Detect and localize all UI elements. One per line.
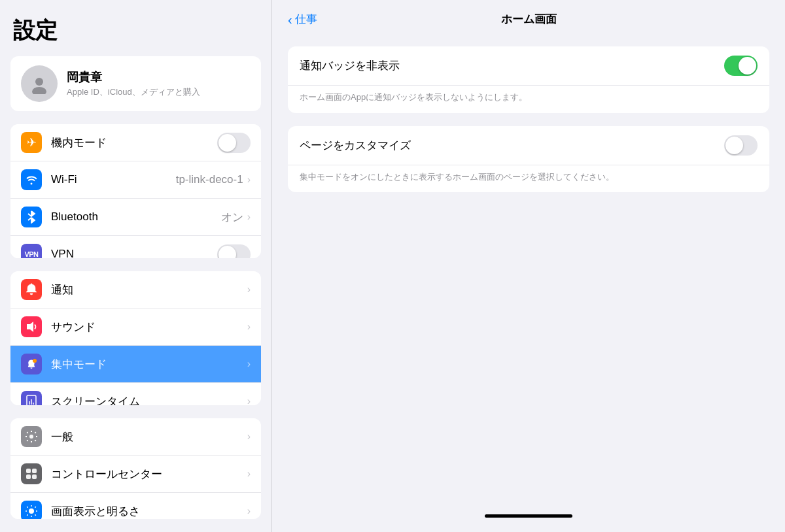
sidebar: 設定 岡貴章 Apple ID、iCloud、メディアと購入 ✈ 機内モード <box>0 0 271 532</box>
sidebar-item-label-controlcenter: コントロールセンター <box>51 467 247 482</box>
svg-point-15 <box>29 508 34 514</box>
sidebar-item-wifi[interactable]: Wi-Fi tp-link-deco-1 › <box>10 161 261 199</box>
sidebar-title: 設定 <box>0 0 271 56</box>
svg-rect-13 <box>26 474 31 479</box>
main-panel: ‹ 仕事 ホーム画面 通知バッジを非表示 ホーム画面のAppに通知バッジを表示し… <box>271 0 785 532</box>
profile-card[interactable]: 岡貴章 Apple ID、iCloud、メディアと購入 <box>10 56 261 111</box>
bluetooth-chevron: › <box>247 211 251 223</box>
main-header: ‹ 仕事 ホーム画面 <box>272 0 785 36</box>
notifications-icon <box>21 279 42 300</box>
profile-sub: Apple ID、iCloud、メディアと購入 <box>67 86 200 98</box>
customize-pages-toggle[interactable] <box>724 135 758 156</box>
bluetooth-icon <box>21 207 42 227</box>
back-chevron-icon: ‹ <box>288 13 292 26</box>
sidebar-item-controlcenter[interactable]: コントロールセンター › <box>10 456 261 493</box>
svg-marker-4 <box>27 322 33 332</box>
sidebar-item-label-airplane: 機内モード <box>51 135 217 150</box>
svg-point-10 <box>29 435 33 439</box>
svg-point-1 <box>32 87 46 94</box>
hide-badges-label: 通知バッジを非表示 <box>300 58 724 73</box>
back-button[interactable]: ‹ 仕事 <box>288 12 317 27</box>
sidebar-item-label-screentime: スクリーンタイム <box>51 394 247 406</box>
profile-name: 岡貴章 <box>67 69 200 85</box>
display-icon <box>21 501 42 519</box>
sounds-icon <box>21 316 42 337</box>
controlcenter-icon <box>21 463 42 484</box>
focus-icon <box>21 354 42 374</box>
sidebar-group-focus: 通知 › サウンド › 集中モード › <box>10 271 261 405</box>
hide-badges-toggle[interactable] <box>724 56 758 76</box>
sidebar-item-label-focus: 集中モード <box>51 357 247 372</box>
sidebar-item-notifications[interactable]: 通知 › <box>10 271 261 308</box>
screentime-chevron: › <box>247 395 251 405</box>
sidebar-item-label-general: 一般 <box>51 429 247 444</box>
sidebar-item-label-wifi: Wi-Fi <box>51 173 176 186</box>
screentime-icon <box>21 391 42 405</box>
profile-info: 岡貴章 Apple ID、iCloud、メディアと購入 <box>67 69 200 98</box>
wifi-chevron: › <box>247 174 251 186</box>
page-title: ホーム画面 <box>501 12 557 27</box>
svg-rect-12 <box>32 469 37 473</box>
hide-badges-desc: ホーム画面のAppに通知バッジを表示しないようにします。 <box>288 86 769 113</box>
svg-point-5 <box>33 359 37 363</box>
svg-rect-11 <box>26 469 31 473</box>
customize-pages-label: ページをカスタマイズ <box>300 138 724 153</box>
airplane-toggle[interactable] <box>217 133 251 153</box>
sidebar-item-label-bluetooth: Bluetooth <box>51 210 221 224</box>
sidebar-item-label-sounds: サウンド <box>51 320 247 335</box>
sidebar-item-vpn[interactable]: VPN VPN <box>10 236 261 258</box>
setting-block-badges: 通知バッジを非表示 ホーム画面のAppに通知バッジを表示しないようにします。 <box>288 46 769 113</box>
sidebar-item-label-vpn: VPN <box>51 248 217 258</box>
sidebar-group-connectivity: ✈ 機内モード Wi-Fi tp-link-deco-1 › <box>10 124 261 258</box>
customize-pages-desc: 集中モードをオンにしたときに表示するホーム画面のページを選択してください。 <box>288 165 769 193</box>
avatar <box>21 65 58 102</box>
sounds-chevron: › <box>247 321 251 333</box>
back-label: 仕事 <box>295 12 317 27</box>
setting-row-customize-pages: ページをカスタマイズ <box>288 126 769 165</box>
main-content: 通知バッジを非表示 ホーム画面のAppに通知バッジを表示しないようにします。 ペ… <box>272 36 785 514</box>
general-chevron: › <box>247 431 251 442</box>
sidebar-item-sounds[interactable]: サウンド › <box>10 308 261 346</box>
sidebar-item-focus[interactable]: 集中モード › <box>10 346 261 383</box>
sidebar-item-bluetooth[interactable]: Bluetooth オン › <box>10 199 261 236</box>
setting-row-hide-badges: 通知バッジを非表示 <box>288 46 769 86</box>
home-bar-container <box>272 514 785 532</box>
notifications-chevron: › <box>247 284 251 295</box>
sidebar-item-screentime[interactable]: スクリーンタイム › <box>10 383 261 405</box>
sidebar-item-label-display: 画面表示と明るさ <box>51 504 247 519</box>
focus-chevron: › <box>247 358 251 370</box>
bluetooth-value: オン <box>221 210 243 225</box>
svg-rect-14 <box>32 474 37 479</box>
sidebar-item-display[interactable]: 画面表示と明るさ › <box>10 493 261 519</box>
airplane-icon: ✈ <box>21 132 42 153</box>
sidebar-item-label-notifications: 通知 <box>51 282 247 297</box>
vpn-toggle[interactable] <box>217 244 251 259</box>
controlcenter-chevron: › <box>247 468 251 480</box>
svg-point-0 <box>35 78 43 86</box>
setting-block-pages: ページをカスタマイズ 集中モードをオンにしたときに表示するホーム画面のページを選… <box>288 126 769 193</box>
wifi-icon <box>21 169 42 190</box>
vpn-icon: VPN <box>21 244 42 258</box>
sidebar-group-general: 一般 › コントロールセンター › <box>10 418 261 519</box>
sidebar-item-airplane[interactable]: ✈ 機内モード <box>10 124 261 161</box>
wifi-value: tp-link-deco-1 <box>176 173 243 186</box>
display-chevron: › <box>247 505 251 517</box>
general-icon <box>21 426 42 447</box>
home-bar <box>485 514 572 518</box>
sidebar-item-general[interactable]: 一般 › <box>10 418 261 456</box>
